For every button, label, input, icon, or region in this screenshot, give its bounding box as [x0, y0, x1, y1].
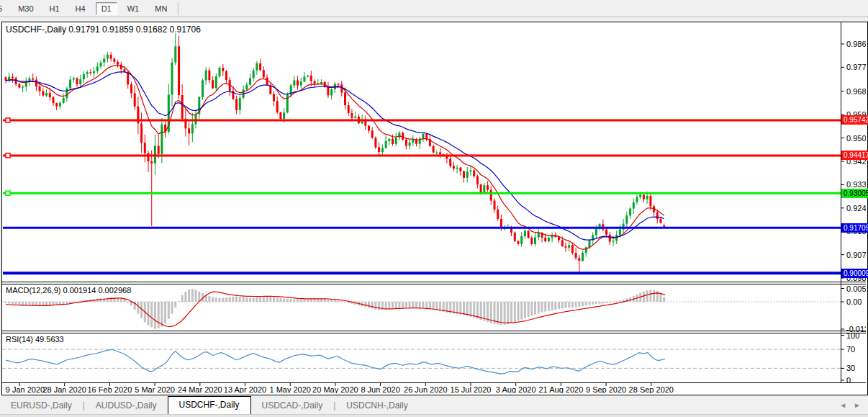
candle: [307, 76, 309, 77]
macd-histogram-bar: [520, 302, 523, 320]
macd-histogram-bar: [419, 302, 421, 308]
macd-histogram-bar: [470, 302, 472, 317]
candle: [473, 171, 475, 176]
macd-histogram-bar: [368, 302, 370, 308]
macd-histogram-bar: [161, 302, 163, 327]
macd-histogram-bar: [429, 302, 431, 309]
macd-histogram-bar: [300, 299, 302, 302]
symbol-tab-audusd[interactable]: AUDUSD-,Daily: [85, 398, 168, 414]
price-tick-label: 0.96825: [846, 87, 866, 96]
tab-scroll-right-icon[interactable]: ►: [854, 401, 861, 409]
candle: [96, 66, 99, 71]
candle: [544, 238, 546, 241]
macd-tick-label: 0.005744: [846, 284, 866, 293]
price-tick-label: 0.98600: [846, 40, 866, 48]
macd-histogram-bar: [195, 290, 197, 302]
macd-values: 0.001914 0.002968: [63, 286, 131, 295]
candle: [422, 134, 424, 138]
date-tick-label: 9 Jan 2020: [6, 385, 45, 393]
candle: [538, 233, 540, 237]
macd-histogram-bar: [324, 299, 326, 302]
price-tick-label: 0.97725: [846, 63, 866, 71]
macd-histogram-bar: [364, 302, 366, 307]
macd-histogram-bar: [266, 297, 268, 302]
candle: [483, 185, 485, 192]
timeframe-button-h4[interactable]: H4: [70, 2, 91, 15]
macd-histogram-bar: [595, 302, 597, 304]
macd-histogram-bar: [395, 302, 397, 308]
macd-histogram-bar: [534, 302, 536, 315]
macd-histogram-bar: [59, 302, 61, 305]
candle: [76, 79, 78, 84]
candle: [276, 101, 279, 112]
status-strip: [0, 414, 868, 417]
macd-histogram-bar: [137, 302, 139, 314]
candle: [235, 99, 238, 110]
symbol-tab-usdcad[interactable]: USDCAD-,Daily: [251, 398, 334, 414]
macd-histogram-bar: [225, 297, 227, 302]
timeframe-button-d1[interactable]: D1: [96, 2, 117, 15]
candle: [612, 241, 615, 241]
timeframe-button-5[interactable]: 5: [0, 2, 8, 15]
macd-histogram-bar: [415, 302, 417, 308]
chart-tab-bar: EURUSD-,Daily|AUDUSD-,DailyUSDCHF-,Daily…: [0, 395, 868, 414]
rsi-tick-label: 100: [846, 331, 859, 340]
price-tick-label: 0.93325: [846, 180, 866, 189]
candle: [124, 69, 126, 72]
candle: [466, 171, 469, 178]
macd-histogram-bar: [340, 301, 343, 302]
candle: [585, 247, 587, 253]
hline-anchor-0.94417: [6, 153, 10, 158]
timeframe-button-m30[interactable]: M30: [12, 2, 39, 15]
candle: [524, 231, 526, 236]
macd-histogram-bar: [110, 297, 112, 302]
symbol-tab-usdchf[interactable]: USDCHF-,Daily: [168, 396, 251, 414]
candle: [256, 63, 258, 71]
symbol-tab-usdcnh[interactable]: USDCNH-,Daily: [335, 398, 418, 414]
macd-histogram-bar: [279, 298, 281, 302]
candle: [374, 138, 376, 148]
candle: [398, 133, 400, 138]
macd-histogram-bar: [585, 302, 587, 305]
candle: [107, 55, 109, 59]
candle: [134, 93, 136, 106]
date-tick-label: 21 Aug 2020: [539, 385, 584, 393]
candle: [456, 168, 458, 169]
price-line-flag-0.91709: 0.91709: [841, 223, 868, 233]
candle: [582, 253, 584, 261]
candle: [188, 128, 190, 133]
timeframe-button-mn[interactable]: MN: [149, 2, 173, 15]
macd-histogram-bar: [229, 297, 231, 302]
date-tick-label: 26 Jun 2020: [404, 385, 448, 393]
candle: [259, 63, 261, 70]
macd-histogram-bar: [378, 302, 380, 310]
macd-histogram-bar: [113, 297, 115, 302]
chart-canvas[interactable]: 0.986000.977250.968250.959500.950750.942…: [2, 22, 866, 393]
candle: [144, 143, 146, 153]
candle: [239, 98, 241, 110]
macd-histogram-bar: [212, 297, 214, 302]
candle: [65, 89, 68, 99]
timeframe-button-h1[interactable]: H1: [44, 2, 65, 15]
macd-histogram-bar: [8, 302, 10, 304]
macd-histogram-bar: [334, 300, 336, 302]
candle: [625, 215, 628, 223]
candle: [208, 71, 210, 81]
candle: [178, 46, 180, 95]
timeframe-button-w1[interactable]: W1: [122, 2, 145, 15]
tab-scroll-left-icon[interactable]: ◄: [839, 401, 846, 409]
candle: [439, 153, 441, 155]
macd-histogram-bar: [63, 302, 65, 304]
rsi-tick-label: 0: [846, 376, 851, 385]
candle: [263, 70, 265, 77]
candle: [381, 148, 384, 152]
macd-histogram-bar: [422, 302, 424, 308]
candle: [12, 77, 14, 79]
symbol-tab-eurusd[interactable]: EURUSD-,Daily: [0, 398, 83, 414]
chart-ohlc-header: USDCHF-,Daily 0.91791 0.91859 0.91682 0.…: [6, 24, 201, 35]
candle: [497, 210, 499, 219]
candle: [565, 246, 567, 248]
candle: [171, 63, 173, 95]
macd-histogram-bar: [646, 290, 648, 302]
macd-histogram-bar: [507, 302, 509, 324]
